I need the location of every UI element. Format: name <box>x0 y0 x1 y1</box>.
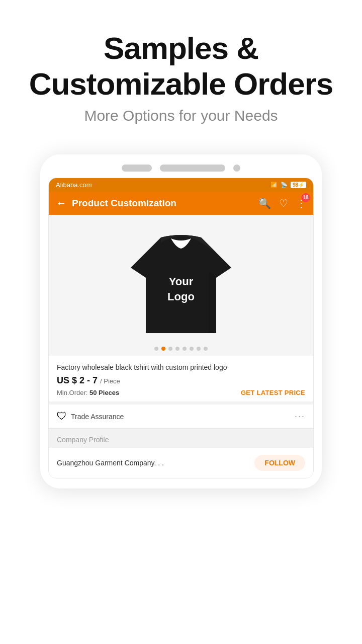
company-name: Guangzhou Garment Company. . . <box>57 459 164 467</box>
dot-4 <box>175 347 179 351</box>
trade-assurance-label: Trade Assurance <box>71 413 124 421</box>
company-row: Guangzhou Garment Company. . . FOLLOW <box>49 448 313 478</box>
phone-frame: Alibaba.com 📶 📡 98⚡ ← Product Customizat… <box>40 154 322 489</box>
pill-indicator-3 <box>233 165 240 172</box>
search-button[interactable]: 🔍 <box>258 197 271 209</box>
svg-text:Logo: Logo <box>167 290 195 303</box>
phone-top-bar <box>40 154 322 178</box>
nav-title: Product Customization <box>72 198 176 209</box>
page-wrapper: Samples & Customizable Orders More Optio… <box>0 0 362 644</box>
pill-indicator-1 <box>122 165 152 172</box>
favorites-button[interactable]: ♡ <box>279 197 288 209</box>
dot-6 <box>190 347 194 351</box>
image-dots <box>154 347 208 351</box>
battery-indicator: 98⚡ <box>291 182 306 188</box>
dot-5 <box>183 347 187 351</box>
dot-7 <box>197 347 201 351</box>
product-order-row: Min.Order: 50 Pieces GET LATEST PRICE <box>57 389 305 396</box>
product-tshirt-image: Your Logo <box>131 227 231 343</box>
dot-8 <box>204 347 208 351</box>
nav-bar: ← Product Customization 🔍 ♡ ⋮ 18 <box>49 192 313 215</box>
trade-more-icon[interactable]: ··· <box>295 411 305 422</box>
dot-2 <box>161 347 165 351</box>
company-section: Company Profile Guangzhou Garment Compan… <box>49 428 313 478</box>
shield-icon: 🛡 <box>57 411 67 422</box>
trade-assurance-bar: 🛡 Trade Assurance ··· <box>49 401 313 428</box>
dot-3 <box>168 347 172 351</box>
back-button[interactable]: ← <box>56 197 67 210</box>
pill-indicator-2 <box>160 165 225 172</box>
svg-text:Your: Your <box>169 275 194 288</box>
wifi-icon: 📶 <box>270 182 278 188</box>
notification-badge: 18 <box>301 193 310 202</box>
status-icons: 📶 📡 98⚡ <box>270 182 306 188</box>
product-title: Factory wholesale black tshirt with cust… <box>57 363 305 373</box>
headline-title: Samples & Customizable Orders <box>20 30 342 102</box>
follow-button[interactable]: FOLLOW <box>254 455 305 471</box>
nav-left: ← Product Customization <box>56 197 176 210</box>
status-url: Alibaba.com <box>56 181 92 189</box>
trade-left: 🛡 Trade Assurance <box>57 411 124 422</box>
min-order: Min.Order: 50 Pieces <box>57 389 119 396</box>
signal-icon: 📡 <box>281 182 288 188</box>
product-image-area: Your Logo <box>49 215 313 356</box>
headline-section: Samples & Customizable Orders More Optio… <box>0 30 362 124</box>
product-info: Factory wholesale black tshirt with cust… <box>49 356 313 402</box>
headline-subtitle: More Options for your Needs <box>20 107 342 124</box>
get-latest-price-button[interactable]: GET LATEST PRICE <box>241 389 305 396</box>
nav-right: 🔍 ♡ ⋮ 18 <box>258 197 306 209</box>
company-profile-label: Company Profile <box>49 429 313 448</box>
app-screen: Alibaba.com 📶 📡 98⚡ ← Product Customizat… <box>48 178 314 479</box>
status-bar: Alibaba.com 📶 📡 98⚡ <box>49 178 313 192</box>
product-price: US $ 2 - 7 / Piece <box>57 375 305 386</box>
price-per-unit: / Piece <box>100 377 120 385</box>
dot-1 <box>154 347 158 351</box>
more-button[interactable]: ⋮ 18 <box>296 197 306 209</box>
